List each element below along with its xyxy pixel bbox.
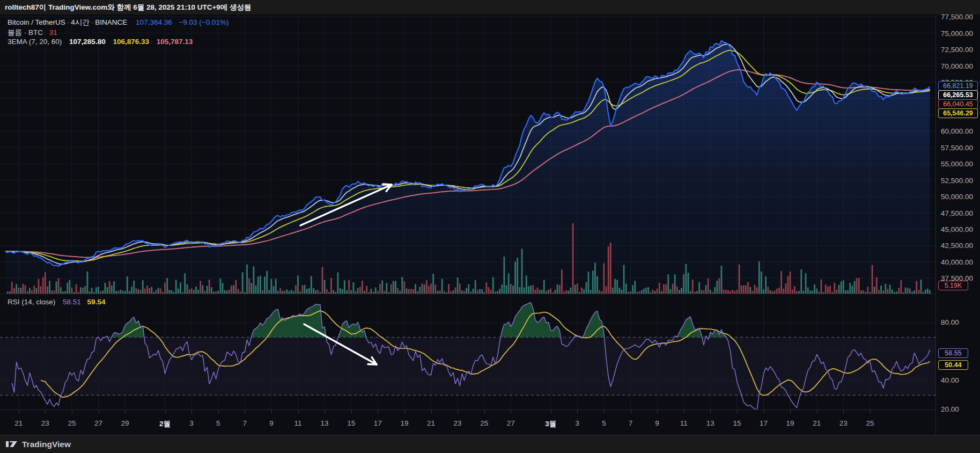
exchange-label: BINANCE bbox=[95, 18, 127, 26]
price-axis-label: 55,000.00 bbox=[941, 160, 973, 168]
time-axis-label: 9 bbox=[655, 419, 659, 427]
ema60-value: 105,787.13 bbox=[157, 38, 193, 46]
price-axis-label: 77,500.00 bbox=[941, 13, 973, 21]
chart-area: Bitcoin / TetherUS·4시간·BINANCE 107,364.3… bbox=[0, 15, 980, 435]
time-axis-tick bbox=[511, 410, 511, 413]
price-axis-label: 57,500.00 bbox=[941, 143, 973, 151]
time-axis-label: 7 bbox=[243, 419, 247, 427]
time-axis-tick bbox=[191, 410, 192, 413]
ema20-value: 106,876.33 bbox=[113, 38, 149, 46]
time-axis-label: 21 bbox=[427, 419, 435, 427]
rsi-overbought-fill bbox=[500, 303, 561, 338]
time-axis-tick bbox=[45, 410, 46, 413]
time-axis-tick bbox=[551, 410, 551, 413]
bottom-toolbar: TradingView bbox=[0, 435, 980, 453]
tradingview-chart-snapshot: rolltech87이 TradingView.com와 함께 6월 28, 2… bbox=[0, 0, 980, 453]
time-axis-label: 15 bbox=[733, 419, 741, 427]
time-axis-tick bbox=[125, 410, 126, 413]
time-axis-tick bbox=[218, 410, 219, 413]
time-axis-label: 15 bbox=[347, 419, 355, 427]
volume-indicator-label[interactable]: 볼륨 · BTC bbox=[8, 28, 43, 36]
time-axis-label: 17 bbox=[374, 419, 382, 427]
time-axis-label: 27 bbox=[94, 419, 102, 427]
time-axis-label: 13 bbox=[321, 419, 329, 427]
price-axis-label: 60,000.00 bbox=[941, 127, 973, 135]
time-axis-label: 25 bbox=[68, 419, 76, 427]
time-axis-tick bbox=[458, 410, 458, 413]
attribution-bar: rolltech87이 TradingView.com와 함께 6월 28, 2… bbox=[0, 0, 980, 15]
time-axis-label: 7 bbox=[629, 419, 633, 427]
rsi-axis-label: 80.00 bbox=[941, 318, 959, 326]
time-axis-tick bbox=[165, 410, 166, 413]
rsi-header: RSI (14, close) 58.51 59.54 bbox=[8, 298, 105, 306]
ema-indicator-label[interactable]: 3EMA (7, 20, 60) bbox=[8, 38, 62, 46]
price-axis-label: 50,000.00 bbox=[941, 193, 973, 201]
ema7-value: 107,285.80 bbox=[69, 38, 106, 46]
time-axis-tick bbox=[19, 410, 19, 413]
price-change-value: −9.03 (−0.01%) bbox=[179, 18, 229, 26]
time-axis-label: 19 bbox=[400, 419, 408, 427]
time-axis-label: 25 bbox=[480, 419, 488, 427]
time-axis-label: 29 bbox=[121, 419, 129, 427]
tradingview-logo-icon[interactable] bbox=[5, 440, 18, 449]
time-axis[interactable]: 21232527292월35791113151719212325273월3579… bbox=[0, 410, 935, 435]
time-axis-label: 3월 bbox=[545, 419, 556, 429]
rsi-pane[interactable]: RSI (14, close) 58.51 59.54 bbox=[0, 294, 935, 410]
time-axis-tick bbox=[298, 410, 299, 413]
time-axis-label: 25 bbox=[866, 419, 874, 427]
time-axis-label: 9 bbox=[269, 419, 274, 427]
attribution-text: rolltech87이 TradingView.com와 함께 6월 28, 2… bbox=[5, 3, 252, 11]
rsi-axis-label: 40.00 bbox=[941, 376, 959, 384]
price-pane[interactable]: Bitcoin / TetherUS·4시간·BINANCE 107,364.3… bbox=[0, 15, 935, 294]
price-axis-label: 40,000.00 bbox=[941, 258, 973, 266]
time-axis-tick bbox=[577, 410, 578, 413]
tradingview-wordmark[interactable]: TradingView bbox=[22, 440, 71, 449]
time-axis-label: 5 bbox=[602, 419, 606, 427]
time-axis-label: 27 bbox=[507, 419, 515, 427]
time-axis-tick bbox=[870, 410, 871, 413]
time-axis-label: 23 bbox=[839, 419, 848, 427]
time-axis-label: 3 bbox=[576, 419, 580, 427]
interval-label[interactable]: 4시간 bbox=[71, 18, 90, 26]
volume-header: 볼륨 · BTC 31 bbox=[8, 28, 57, 38]
time-axis-label: 2월 bbox=[159, 419, 171, 429]
time-axis-label: 3 bbox=[189, 419, 194, 427]
time-axis-tick bbox=[431, 410, 432, 413]
price-value-tag: 66,040.45 bbox=[938, 99, 978, 109]
time-axis-tick bbox=[657, 410, 658, 413]
time-axis-tick bbox=[737, 410, 738, 413]
price-axis-label: 45,000.00 bbox=[941, 225, 973, 233]
time-axis-label: 13 bbox=[706, 419, 714, 427]
time-axis-tick bbox=[764, 410, 764, 413]
symbol-header: Bitcoin / TetherUS·4시간·BINANCE 107,364.3… bbox=[8, 18, 229, 27]
time-axis-tick bbox=[817, 410, 817, 413]
price-chart-canvas[interactable] bbox=[0, 15, 935, 294]
price-axis[interactable]: 77,500.0075,000.0072,500.0070,000.0067,5… bbox=[935, 15, 980, 435]
time-axis-tick bbox=[99, 410, 99, 413]
rsi-indicator-label[interactable]: RSI (14, close) bbox=[8, 298, 55, 306]
rsi-overbought-fill bbox=[251, 304, 326, 338]
time-axis-label: 23 bbox=[454, 419, 462, 427]
time-axis-label: 11 bbox=[680, 419, 688, 427]
time-axis-tick bbox=[790, 410, 791, 413]
price-axis-label: 42,500.00 bbox=[941, 242, 973, 250]
price-value-tag: 65,546.29 bbox=[938, 108, 978, 118]
time-axis-tick bbox=[404, 410, 405, 413]
ema-header: 3EMA (7, 20, 60) 107,285.80 106,876.33 1… bbox=[8, 38, 193, 46]
price-axis-label: 72,500.00 bbox=[941, 46, 973, 54]
time-axis-tick bbox=[72, 410, 72, 413]
time-axis-tick bbox=[351, 410, 352, 413]
time-axis-label: 21 bbox=[813, 419, 821, 427]
symbol-title[interactable]: Bitcoin / TetherUS bbox=[8, 18, 65, 26]
time-axis-tick bbox=[843, 410, 844, 413]
time-axis-label: 11 bbox=[294, 419, 301, 427]
time-axis-tick bbox=[271, 410, 272, 413]
time-axis-tick bbox=[684, 410, 684, 413]
rsi-value-tag: 58.55 bbox=[938, 348, 968, 358]
time-axis-tick bbox=[604, 410, 605, 413]
price-axis-label: 70,000.00 bbox=[941, 62, 973, 70]
last-price-value: 107,364.36 bbox=[136, 18, 172, 26]
rsi-chart-canvas[interactable] bbox=[0, 294, 935, 410]
time-axis-tick bbox=[325, 410, 325, 413]
time-axis-label: 5 bbox=[216, 419, 220, 427]
